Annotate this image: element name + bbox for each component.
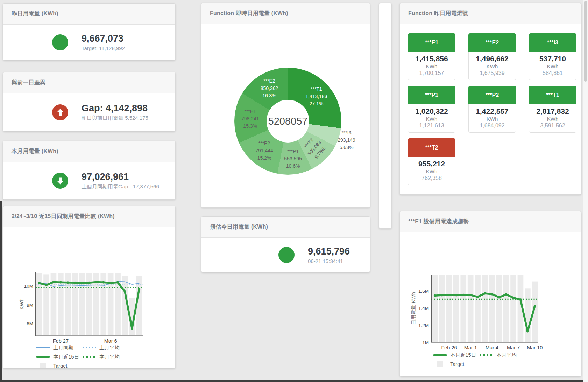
legend-swatch-square-gray (36, 363, 50, 368)
legend-item[interactable]: Target (433, 361, 480, 367)
tile-value: 1,020,322 (408, 107, 455, 116)
tile-unit: KWh (469, 63, 516, 69)
stat-value: 97,026,961 (82, 172, 159, 182)
svg-text:KWh: KWh (19, 299, 24, 310)
svg-text:Mar 6: Mar 6 (104, 338, 117, 343)
status-circle-icon (52, 34, 68, 50)
legend-swatch-dash-green (83, 356, 96, 358)
svg-text:Mar 4: Mar 4 (486, 345, 498, 350)
legend-label: 本月平均 (496, 352, 517, 359)
tile-name: ***E2 (468, 33, 516, 52)
panel-header[interactable]: 2/24~3/10 近15日同期用電量比較 (KWh) (3, 206, 175, 227)
panel-title: Function 昨日用電燈號 (408, 10, 468, 17)
legend-row: 本月近15日本月平均 (36, 354, 175, 360)
svg-text:1M: 1M (422, 340, 429, 345)
panel-day-gap: 與前一日差異 Gap: 4,142,898 昨日與前日用電量 5,524,175 (3, 72, 176, 131)
scrollbar-thumb[interactable] (584, 1, 587, 82)
stat-subtext: 上個月同期用電Gap: -17,377,566 (82, 183, 159, 190)
svg-text:6M: 6M (27, 321, 33, 326)
donut-hole: 5208057 (267, 100, 309, 143)
panel-title: 預估今日用電量 (KWh) (210, 223, 268, 231)
panel-header[interactable]: Function 即時日用電量 (KWh) (201, 3, 370, 24)
legend-item[interactable]: 上月同期 (36, 345, 83, 351)
legend-label: Target (53, 363, 67, 369)
legend-label: Target (450, 361, 464, 367)
tile-unit: KWh (408, 63, 455, 69)
tile-unit: KWh (529, 63, 576, 69)
tile-target-value: 1,684,092 (469, 123, 516, 129)
legend-swatch-line-green-thick (433, 354, 447, 356)
svg-text:Feb 27: Feb 27 (53, 338, 69, 343)
status-circle-icon (278, 247, 295, 263)
tile-value: 1,422,557 (469, 107, 516, 116)
legend-item[interactable]: 本月近15日 (433, 352, 480, 359)
panel-title: 本月用電量 (KWh) (12, 148, 58, 155)
tile-target-value: 762,358 (408, 175, 455, 181)
legend-label: 本月平均 (99, 354, 120, 360)
panel-header[interactable]: 本月用電量 (KWh) (3, 141, 175, 162)
status-tile: ***P1 1,020,322 KWh 1,121,613 (408, 86, 455, 133)
legend-label: 本月近15日 (53, 354, 79, 360)
legend-row: 本月近15日本月平均 (433, 352, 581, 359)
narrow-panel (379, 3, 392, 229)
panel-15day-comparison: 2/24~3/10 近15日同期用電量比較 (KWh) 6M8M10MFeb 2… (3, 206, 176, 368)
legend-row: Target (433, 361, 581, 367)
tile-target-value: 1,675,939 (469, 70, 516, 76)
panel-header[interactable]: 與前一日差異 (3, 72, 175, 93)
legend-item[interactable]: 上月平均 (83, 345, 120, 351)
stat-timestamp: 06-21 15:34:41 (308, 258, 350, 264)
comparison-chart[interactable]: 6M8M10MFeb 27Mar 6KWh (3, 227, 175, 343)
tile-target-value: 1,121,613 (408, 123, 455, 129)
donut-slice-label: ***P2791,44415.2% (255, 140, 273, 162)
panel-estimated-today: 預估今日用電量 (KWh) 9,615,796 06-21 15:34:41 (201, 216, 370, 272)
panel-title: 與前一日差異 (12, 79, 45, 86)
svg-text:Mar 1: Mar 1 (464, 345, 477, 350)
panel-header[interactable]: 預估今日用電量 (KWh) (201, 217, 370, 238)
donut-chart: 5208057 ***T11,413,18327.1%***I3293,1495… (234, 68, 341, 175)
panel-realtime-usage-donut: Function 即時日用電量 (KWh) 5208057 ***T11,413… (201, 3, 370, 208)
tile-value: 1,496,662 (469, 55, 516, 63)
panel-e1-trend: ***E1 設備用電達成趨勢 1M1.2M1.4M1.6MFeb 26Mar 1… (399, 211, 581, 376)
stat-subtext: 昨日與前日用電量 5,524,175 (82, 115, 148, 121)
tile-name: ***T1 (529, 86, 576, 104)
stat-value: 9,615,796 (308, 246, 350, 257)
chart-legend: 上月同期上月平均本月近15日本月平均Target (3, 345, 175, 368)
legend-swatch-line-blue (36, 347, 50, 348)
trend-chart[interactable]: 1M1.2M1.4M1.6MFeb 26Mar 1Mar 4Mar 7Mar 1… (400, 232, 580, 351)
panel-status-lights: Function 昨日用電燈號 ***E1 1,415,856 KWh 1,70… (399, 3, 581, 195)
tile-target-value: 3,591,562 (529, 123, 576, 129)
tile-value: 537,710 (529, 55, 576, 63)
legend-item[interactable]: Target (36, 363, 83, 368)
tile-value: 1,415,856 (408, 55, 455, 63)
panel-header[interactable]: ***E1 設備用電達成趨勢 (400, 211, 581, 232)
tile-name: ***P2 (468, 86, 516, 104)
legend-label: 本月近15日 (450, 352, 476, 359)
legend-row: Target (36, 363, 175, 368)
arrow-down-circle-icon (52, 173, 68, 189)
legend-swatch-dash-blue (83, 347, 96, 348)
legend-swatch-square-gray (433, 361, 447, 367)
tile-unit: KWh (469, 116, 516, 122)
svg-text:Mar 7: Mar 7 (507, 345, 520, 350)
legend-swatch-dash-green (480, 354, 493, 356)
panel-header[interactable]: 昨日用電量 (KWh) (3, 4, 175, 25)
panel-header[interactable]: Function 昨日用電燈號 (400, 3, 581, 24)
svg-text:Feb 26: Feb 26 (441, 345, 457, 350)
legend-item[interactable]: 本月平均 (480, 352, 517, 359)
tile-unit: KWh (408, 116, 455, 122)
arrow-icon (56, 176, 65, 186)
panel-yesterday-usage: 昨日用電量 (KWh) 9,667,073 Target: 11,128,992 (3, 3, 176, 60)
donut-slice-label: ***T11,413,18327.1% (305, 85, 327, 107)
legend-item[interactable]: 本月近15日 (36, 354, 83, 360)
arrow-up-circle-icon (52, 104, 68, 120)
stat-row: Gap: 4,142,898 昨日與前日用電量 5,524,175 (3, 93, 175, 131)
tile-value: 2,817,832 (529, 107, 576, 116)
vertical-scrollbar[interactable] (583, 0, 588, 382)
stat-subtext: Target: 11,128,992 (82, 45, 125, 51)
panel-title: 2/24~3/10 近15日同期用電量比較 (KWh) (12, 213, 115, 220)
panel-month-usage: 本月用電量 (KWh) 97,026,961 上個月同期用電Gap: -17,3… (3, 141, 176, 200)
svg-text:日用電量 KWh: 日用電量 KWh (411, 292, 416, 325)
status-tile: ***T2 955,212 KWh 762,358 (408, 138, 455, 185)
legend-item[interactable]: 本月平均 (83, 354, 120, 360)
status-tile: ***E2 1,496,662 KWh 1,675,939 (468, 33, 516, 80)
